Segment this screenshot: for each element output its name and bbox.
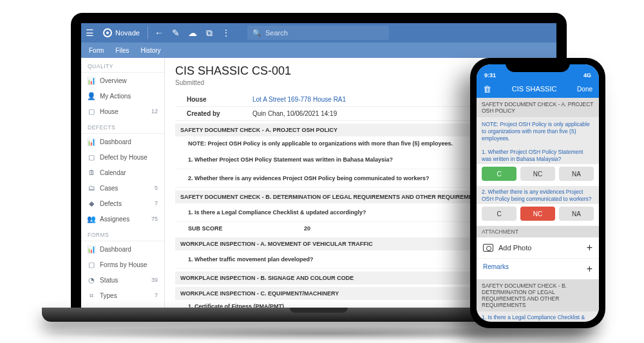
tab-history[interactable]: History xyxy=(140,47,160,54)
brand-logo-icon xyxy=(103,28,112,37)
tab-files[interactable]: Files xyxy=(115,47,129,54)
phone-signal: 4G xyxy=(583,72,591,79)
camera-icon xyxy=(483,244,493,252)
seg-nc[interactable]: NC xyxy=(520,207,555,221)
sidebar-item-label: Defect by House xyxy=(100,154,147,161)
search-input-wrap[interactable]: 🔍 xyxy=(247,26,389,40)
chart-icon: 📊 xyxy=(88,245,95,253)
chart-icon: 📊 xyxy=(88,77,95,84)
sidebar-item-count: 75 xyxy=(151,216,158,222)
phone-question: 2. Whether there is any evidences Projec… xyxy=(477,186,599,204)
meta-value: Quin Chan, 10/06/2021 14:19 xyxy=(252,110,337,117)
sidebar-item-label: Assignees xyxy=(100,216,129,223)
sidebar-item-label: Defects xyxy=(100,200,122,207)
brand[interactable]: Novade xyxy=(98,28,145,37)
sidebar-item-label: Overview xyxy=(100,77,127,84)
phone-device: 9:31 4G 🗑 CIS SHASSIC Done SAFETY DOCUME… xyxy=(470,58,605,328)
seg-c[interactable]: C xyxy=(482,167,516,181)
user-icon: 👤 xyxy=(88,92,95,100)
sidebar-item[interactable]: 🗓Calendar xyxy=(81,165,164,180)
plus-icon: + xyxy=(587,263,592,275)
edit-icon[interactable]: ✎ xyxy=(167,23,184,42)
sidebar-item[interactable]: ◔Status39 xyxy=(81,272,164,288)
phone-header: 🗑 CIS SHASSIC Done xyxy=(477,80,599,98)
cloud-upload-icon[interactable]: ☁ xyxy=(184,23,201,42)
sidebar-group-title: DEFECTS xyxy=(81,119,164,134)
question-text: 1. Whether traffic movement plan develop… xyxy=(188,256,314,263)
sidebar: QUALITY📊Overview👤My Actions▢House12DEFEC… xyxy=(81,58,165,309)
add-photo-button[interactable]: Add Photo + xyxy=(477,237,599,259)
delete-icon[interactable]: 🗑 xyxy=(483,84,491,94)
more-icon[interactable]: ⋮ xyxy=(218,23,234,42)
sidebar-item[interactable]: ◆Defects7 xyxy=(81,196,164,211)
case-icon: 🗂 xyxy=(88,184,95,192)
sidebar-item-count: 7 xyxy=(155,292,158,299)
sidebar-item[interactable]: 📊Dashboard xyxy=(81,241,164,257)
sidebar-item-count: 7 xyxy=(155,200,158,207)
calendar-icon: 🗓 xyxy=(88,169,95,176)
people-icon: 👥 xyxy=(88,215,95,223)
sidebar-item-label: Status xyxy=(100,277,118,284)
sidebar-item-label: Cases xyxy=(100,185,118,192)
sidebar-item[interactable]: 🗂Cases5 xyxy=(81,180,164,196)
question-text: 1. Is there a Legal Compliance Checklist… xyxy=(188,209,366,216)
sidebar-item-count: 39 xyxy=(151,277,158,283)
sidebar-item[interactable]: ▢House12 xyxy=(81,104,164,119)
seg-na[interactable]: NA xyxy=(559,207,594,221)
sidebar-item[interactable]: 📊Dashboard xyxy=(81,134,164,149)
meta-label: House xyxy=(175,96,252,103)
sidebar-item-label: Calendar xyxy=(100,169,126,176)
meta-value[interactable]: Lot A Street 169-778 House RA1 xyxy=(252,96,346,103)
defect-icon: ◆ xyxy=(88,199,95,207)
remarks-button[interactable]: Remarks+ xyxy=(477,259,599,279)
question-text: 2. Whether there is any evidences Projec… xyxy=(188,175,430,181)
house-icon: ▢ xyxy=(88,107,95,115)
back-icon[interactable]: ← xyxy=(151,23,167,42)
sidebar-item-count: 12 xyxy=(151,108,158,115)
type-icon: ⌗ xyxy=(88,292,95,299)
phone-question: 1. Is there a Legal Compliance Checklist… xyxy=(477,311,599,322)
sidebar-item[interactable]: ⌗Types7 xyxy=(81,288,164,303)
sidebar-item-label: Types xyxy=(100,292,117,299)
brand-name: Novade xyxy=(115,29,140,37)
attachment-label: ATTACHMENT xyxy=(477,226,599,237)
score-value: 20 xyxy=(304,225,310,232)
phone-section-header: SAFETY DOCUMENT CHECK - A. PROJECT OSH P… xyxy=(477,98,599,117)
sidebar-item-label: My Actions xyxy=(100,93,131,100)
topbar: ☰ Novade ← ✎ ☁ ⧉ ⋮ 🔍 xyxy=(81,23,556,42)
tab-form[interactable]: Form xyxy=(89,47,104,54)
phone-title: CIS SHASSIC xyxy=(512,85,557,93)
phone-time: 9:31 xyxy=(484,72,496,79)
sidebar-item[interactable]: ▢Defect by House xyxy=(81,149,164,165)
meta-label: Created by xyxy=(175,110,252,117)
sidebar-group-title: QUALITY xyxy=(81,58,164,73)
phone-question: 1. Whether Project OSH Policy Statement … xyxy=(477,146,599,164)
score-label: SUB SCORE xyxy=(188,225,304,232)
sidebar-item-count: 5 xyxy=(155,185,158,191)
seg-na[interactable]: NA xyxy=(559,167,594,181)
copy-icon[interactable]: ⧉ xyxy=(201,23,218,42)
sidebar-item[interactable]: 👥Assignees75 xyxy=(81,211,164,227)
sidebar-group-title: FORMS xyxy=(81,227,164,241)
chart-icon: 📊 xyxy=(88,138,95,145)
search-icon: 🔍 xyxy=(252,29,261,37)
sidebar-item-label: Forms by House xyxy=(100,261,147,268)
sidebar-item-label: Dashboard xyxy=(100,246,131,253)
phone-note: NOTE: Project OSH Policy is only applica… xyxy=(477,117,599,146)
sidebar-item[interactable]: ▢Forms by House xyxy=(81,257,164,272)
plus-icon: + xyxy=(587,242,592,254)
sidebar-item[interactable]: 👤My Actions xyxy=(81,88,164,104)
sidebar-item[interactable]: 📊Overview xyxy=(81,73,164,88)
menu-icon[interactable]: ☰ xyxy=(81,23,98,42)
tabs-row: Form Files History xyxy=(81,42,556,58)
seg-nc[interactable]: NC xyxy=(520,167,555,181)
house-icon: ▢ xyxy=(88,153,95,161)
question-text: 1. Whether Project OSH Policy Statement … xyxy=(188,156,393,163)
house-icon: ▢ xyxy=(88,261,95,268)
phone-body: SAFETY DOCUMENT CHECK - A. PROJECT OSH P… xyxy=(477,98,599,322)
sidebar-item-label: House xyxy=(100,108,118,115)
search-input[interactable] xyxy=(265,29,384,37)
done-button[interactable]: Done xyxy=(577,86,592,93)
sidebar-item-label: Dashboard xyxy=(100,138,131,145)
seg-c[interactable]: C xyxy=(482,207,516,221)
